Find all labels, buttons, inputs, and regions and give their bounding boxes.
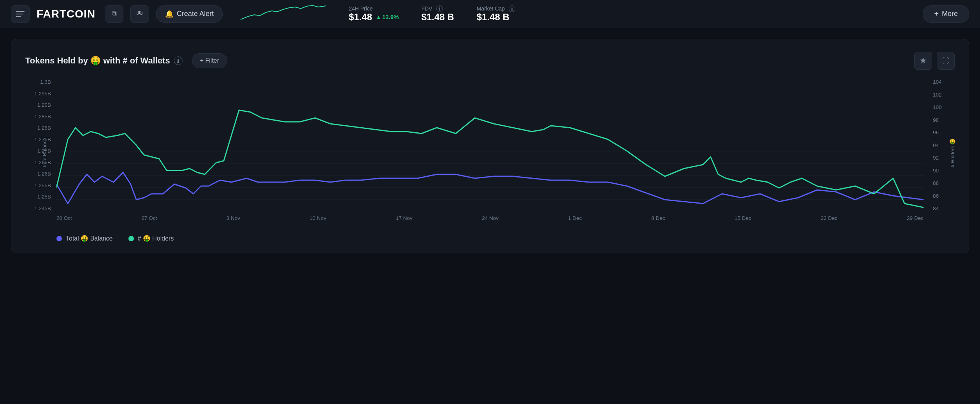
watch-button[interactable]: 👁 bbox=[130, 5, 149, 23]
y-left-label-3: 1.285B bbox=[34, 114, 51, 119]
y-right-label-10: 84 bbox=[933, 206, 939, 211]
chart-header: Tokens Held by 🤑 with # of Wallets ℹ + F… bbox=[25, 52, 955, 70]
x-label-4: 17 Nov bbox=[396, 215, 413, 221]
fdv-stat: FDV ℹ $1.48 B bbox=[422, 5, 454, 23]
x-label-9: 22 Dec bbox=[821, 215, 838, 221]
y-left-label-10: 1.25B bbox=[37, 194, 51, 200]
x-label-0: 20 Oct bbox=[56, 215, 72, 221]
legend-dot-holders bbox=[128, 236, 134, 241]
plus-icon: + bbox=[934, 9, 939, 18]
mini-sparkline bbox=[241, 4, 326, 24]
y-right-label-1: 102 bbox=[933, 92, 942, 98]
fdv-info-icon[interactable]: ℹ bbox=[436, 5, 443, 12]
up-arrow-icon: ▲ bbox=[376, 14, 381, 20]
bell-icon: 🔔 bbox=[165, 10, 174, 18]
y-right-label-6: 92 bbox=[933, 155, 939, 161]
y-right-label-9: 86 bbox=[933, 193, 939, 199]
legend-item-holders: # 🤑 Holders bbox=[128, 235, 174, 242]
x-label-1: 27 Oct bbox=[141, 215, 157, 221]
y-right-label-3: 98 bbox=[933, 117, 939, 123]
chart-svg-wrapper bbox=[56, 79, 924, 211]
more-button-label: More bbox=[942, 10, 958, 18]
price-pct-badge: ▲ 12.9% bbox=[376, 14, 399, 20]
holders-line bbox=[56, 110, 924, 207]
y-right-label-5: 94 bbox=[933, 142, 939, 148]
alert-button-label: Create Alert bbox=[177, 10, 214, 18]
x-label-7: 8 Dec bbox=[652, 215, 665, 221]
more-button[interactable]: + More bbox=[923, 5, 969, 23]
y-right-label-2: 100 bbox=[933, 104, 942, 110]
main-chart-svg bbox=[56, 79, 924, 211]
price-label: 24H Price bbox=[349, 5, 399, 12]
price-value: $1.48 bbox=[349, 12, 372, 23]
topbar: FARTCOIN ⧉ 👁 🔔 Create Alert 24H Price $1… bbox=[0, 0, 980, 28]
copy-button[interactable]: ⧉ bbox=[105, 5, 123, 23]
y-left-label-2: 1.29B bbox=[37, 102, 51, 108]
x-label-10: 29 Dec bbox=[907, 215, 924, 221]
x-label-8: 15 Dec bbox=[734, 215, 751, 221]
main-content: Tokens Held by 🤑 with # of Wallets ℹ + F… bbox=[0, 28, 980, 253]
y-right-label-4: 96 bbox=[933, 130, 939, 135]
chart-title: Tokens Held by 🤑 with # of Wallets ℹ bbox=[25, 56, 183, 66]
y-left-label-4: 1.28B bbox=[37, 125, 51, 131]
x-label-3: 10 Nov bbox=[310, 215, 327, 221]
market-cap-stat: Market Cap ℹ $1.48 B bbox=[477, 5, 515, 23]
y-left-label-11: 1.245B bbox=[34, 206, 51, 211]
legend-dot-balance bbox=[56, 236, 62, 241]
legend-label-holders: # 🤑 Holders bbox=[138, 235, 174, 242]
coin-name: FARTCOIN bbox=[37, 8, 95, 20]
star-icon: ★ bbox=[919, 56, 927, 66]
filter-button-label: + Filter bbox=[200, 57, 219, 64]
fdv-value: $1.48 B bbox=[422, 12, 454, 23]
expand-icon: ⛶ bbox=[942, 57, 949, 65]
y-axis-title-left: Total Balance bbox=[41, 138, 48, 168]
menu-button[interactable] bbox=[11, 5, 30, 23]
market-cap-value: $1.48 B bbox=[477, 12, 509, 23]
chart-area: 1.3B 1.295B 1.29B 1.285B 1.28B 1.275B 1.… bbox=[25, 79, 955, 227]
chart-actions: ★ ⛶ bbox=[914, 52, 955, 70]
y-left-label-9: 1.255B bbox=[34, 183, 51, 188]
total-balance-line bbox=[56, 172, 924, 204]
price-stat: 24H Price $1.48 ▲ 12.9% bbox=[349, 5, 399, 23]
y-right-label-8: 88 bbox=[933, 180, 939, 186]
x-label-5: 24 Nov bbox=[482, 215, 499, 221]
price-pct-value: 12.9% bbox=[382, 14, 399, 20]
copy-icon: ⧉ bbox=[112, 10, 117, 18]
y-axis-title-right: # Holders bbox=[950, 146, 955, 168]
chart-info-icon[interactable]: ℹ bbox=[174, 56, 183, 65]
legend-item-balance: Total 🤑 Balance bbox=[56, 235, 113, 242]
y-left-label-8: 1.26B bbox=[37, 171, 51, 177]
star-button[interactable]: ★ bbox=[914, 52, 932, 70]
x-label-6: 1 Dec bbox=[568, 215, 582, 221]
legend-label-balance: Total 🤑 Balance bbox=[66, 235, 113, 242]
market-cap-label: Market Cap ℹ bbox=[477, 5, 515, 12]
hamburger-icon bbox=[16, 11, 25, 17]
y-left-label-1: 1.295B bbox=[34, 91, 51, 97]
chart-card: Tokens Held by 🤑 with # of Wallets ℹ + F… bbox=[11, 39, 969, 253]
eye-icon: 👁 bbox=[136, 10, 143, 18]
y-right-label-0: 104 bbox=[933, 79, 942, 85]
fdv-label: FDV ℹ bbox=[422, 5, 454, 12]
expand-button[interactable]: ⛶ bbox=[937, 52, 955, 70]
filter-button[interactable]: + Filter bbox=[192, 53, 227, 68]
chart-legend: Total 🤑 Balance # 🤑 Holders bbox=[25, 235, 955, 242]
create-alert-button[interactable]: 🔔 Create Alert bbox=[156, 5, 223, 23]
y-left-label-0: 1.3B bbox=[40, 79, 51, 85]
x-label-2: 3 Nov bbox=[227, 215, 240, 221]
y-right-label-7: 90 bbox=[933, 168, 939, 174]
market-cap-info-icon[interactable]: ℹ bbox=[509, 5, 515, 12]
y-axis-title-right-wrapper: 🤑 # Holders bbox=[949, 139, 955, 168]
x-axis: 20 Oct 27 Oct 3 Nov 10 Nov 17 Nov 24 Nov… bbox=[56, 211, 924, 227]
